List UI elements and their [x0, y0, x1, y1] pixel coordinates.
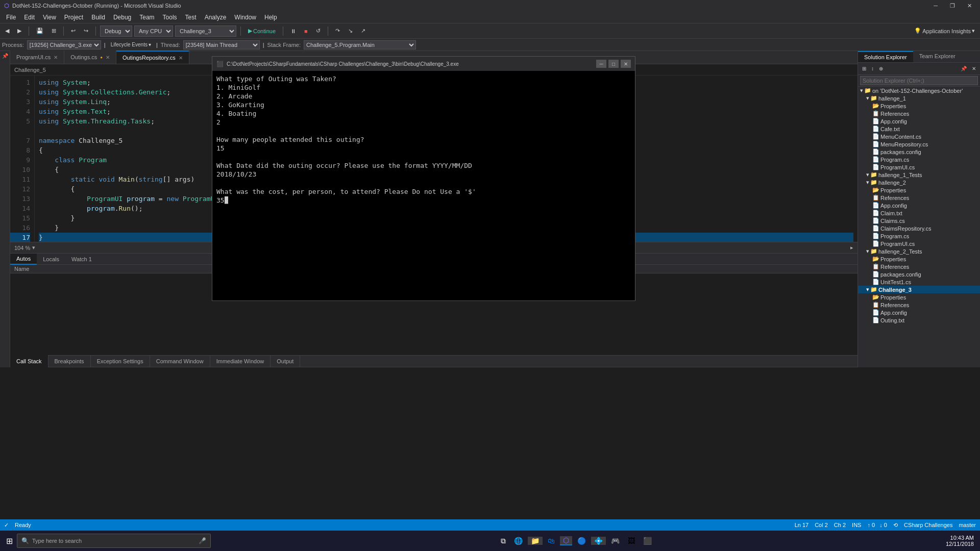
console-minimize[interactable]: ─: [596, 60, 606, 68]
scrollbar-indicator[interactable]: ▸: [850, 244, 853, 251]
step-out-btn[interactable]: ↗: [358, 27, 369, 35]
debug-mode-dropdown[interactable]: Debug: [100, 26, 132, 37]
tab-close[interactable]: ✕: [179, 55, 183, 61]
tree-references4[interactable]: 📋 References: [858, 301, 980, 309]
tree-properties2[interactable]: 📂 Properties: [858, 186, 980, 194]
breakpoints-tab[interactable]: Breakpoints: [48, 355, 91, 367]
discord-btn[interactable]: 🎮: [608, 537, 623, 545]
tree-challenge1tests[interactable]: ▾ 📁 hallenge_1_Tests: [858, 171, 980, 179]
tab-close[interactable]: ✕: [106, 55, 110, 60]
start-button[interactable]: ⊞: [2, 536, 17, 546]
explorer-btn[interactable]: 📁: [528, 537, 543, 545]
menu-debug[interactable]: Debug: [109, 13, 135, 22]
solution-explorer-tab[interactable]: Solution Explorer: [858, 51, 913, 62]
menu-team[interactable]: Team: [135, 13, 158, 22]
se-btn3[interactable]: ⊕: [877, 66, 885, 71]
immediate-tab[interactable]: Immediate Window: [210, 355, 271, 367]
tree-properties3[interactable]: 📂 Properties: [858, 255, 980, 263]
step-into-btn[interactable]: ↘: [345, 27, 356, 35]
tree-program1[interactable]: 📄 Program.cs: [858, 156, 980, 163]
tree-claimsrepo[interactable]: 📄 ClaimsRepository.cs: [858, 224, 980, 232]
se-close[interactable]: ✕: [970, 66, 978, 71]
restore-btn[interactable]: ❐: [946, 3, 959, 9]
close-btn[interactable]: ✕: [963, 3, 976, 9]
menu-edit[interactable]: Edit: [20, 13, 39, 22]
se-pin[interactable]: 📌: [959, 66, 969, 71]
command-tab[interactable]: Command Window: [150, 355, 210, 367]
save-btn[interactable]: 💾: [33, 27, 46, 35]
step-over-btn[interactable]: ↷: [332, 27, 343, 35]
tree-claim[interactable]: 📄 Claim.txt: [858, 209, 980, 217]
search-bar[interactable]: 🔍 Type here to search 🎤: [17, 534, 211, 548]
app-insights-btn[interactable]: 💡 Application Insights ▾: [911, 27, 978, 35]
continue-btn[interactable]: ▶ Continue: [245, 27, 279, 35]
tab-close[interactable]: ✕: [54, 55, 58, 60]
photos-btn[interactable]: 🖼: [625, 537, 638, 545]
project-dropdown[interactable]: Challenge_3: [175, 26, 236, 37]
tree-unittest[interactable]: 📄 UnitTest1.cs: [858, 278, 980, 286]
vs-btn[interactable]: ⬡: [560, 536, 572, 545]
tree-packages1[interactable]: 📄 packages.config: [858, 148, 980, 156]
mic-icon[interactable]: 🎤: [199, 537, 206, 544]
minimize-btn[interactable]: ─: [929, 3, 942, 9]
taskview-btn[interactable]: ⧉: [498, 537, 509, 545]
save-all-btn[interactable]: ⊞: [48, 27, 59, 35]
process-dropdown[interactable]: [19256] Challenge_3.exe: [27, 40, 101, 49]
redo-btn[interactable]: ↪: [81, 27, 91, 35]
tree-menurepo[interactable]: 📄 MenuRepository.cs: [858, 140, 980, 148]
app-btn[interactable]: ⬛: [640, 537, 655, 545]
menu-test[interactable]: Test: [181, 13, 201, 22]
tree-references3[interactable]: 📋 References: [858, 263, 980, 270]
autos-tab[interactable]: Autos: [10, 254, 37, 265]
tree-references1[interactable]: 📋 References: [858, 110, 980, 117]
menu-window[interactable]: Window: [230, 13, 260, 22]
tab-programui[interactable]: ProgramUI.cs ✕: [10, 51, 64, 64]
menu-view[interactable]: View: [39, 13, 60, 22]
se-btn2[interactable]: ↕: [869, 66, 876, 71]
tree-appconfig2[interactable]: 📄 App.config: [858, 202, 980, 209]
console-close[interactable]: ✕: [621, 60, 631, 68]
edge-btn[interactable]: 🌐: [511, 537, 526, 545]
tree-outing[interactable]: 📄 Outing.txt: [858, 316, 980, 324]
restart-btn[interactable]: ↺: [313, 27, 324, 35]
tree-cafe[interactable]: 📄 Cafe.txt: [858, 125, 980, 133]
tree-programui2[interactable]: 📄 ProgramUI.cs: [858, 240, 980, 247]
pause-btn[interactable]: ⏸: [287, 27, 299, 35]
lifecycle-btn[interactable]: Lifecycle Events ▾: [109, 40, 153, 49]
menu-help[interactable]: Help: [260, 13, 281, 22]
left-pin-icon[interactable]: 📌: [2, 53, 8, 59]
tree-challenge2tests[interactable]: ▾ 📁 hallenge_2_Tests: [858, 247, 980, 255]
output-tab[interactable]: Output: [271, 355, 300, 367]
exception-tab[interactable]: Exception Settings: [91, 355, 150, 367]
menu-project[interactable]: Project: [60, 13, 87, 22]
se-btn1[interactable]: ⊞: [860, 66, 868, 71]
tree-packages3[interactable]: 📄 packages.config: [858, 270, 980, 278]
menu-tools[interactable]: Tools: [159, 13, 181, 22]
forward-btn[interactable]: ▶: [14, 27, 24, 35]
tree-challenge2[interactable]: ▾ 📁 hallenge_2: [858, 179, 980, 186]
tree-programui1[interactable]: 📄 ProgramUI.cs: [858, 163, 980, 171]
tab-outingsrepo[interactable]: OutingsRepository.cs ✕: [116, 51, 189, 64]
tree-properties4[interactable]: 📂 Properties: [858, 293, 980, 301]
tree-properties1[interactable]: 📂 Properties: [858, 102, 980, 110]
tree-challenge3[interactable]: ▾ 📁 Challenge_3: [858, 286, 980, 293]
locals-tab[interactable]: Locals: [37, 254, 65, 265]
vs-icon-btn[interactable]: 💠: [591, 537, 606, 545]
callstack-tab[interactable]: Call Stack: [10, 355, 48, 367]
cpu-dropdown[interactable]: Any CPU: [134, 26, 173, 37]
chrome-btn[interactable]: 🔵: [574, 537, 589, 545]
team-explorer-tab[interactable]: Team Explorer: [913, 51, 962, 62]
stop-btn[interactable]: ■: [301, 27, 311, 35]
undo-btn[interactable]: ↩: [68, 27, 79, 35]
thread-dropdown[interactable]: [23548] Main Thread: [183, 40, 260, 49]
tab-outings[interactable]: Outings.cs ● ✕: [64, 51, 116, 64]
back-btn[interactable]: ◀: [2, 27, 12, 35]
tree-claims[interactable]: 📄 Claims.cs: [858, 217, 980, 224]
tree-menucontent[interactable]: 📄 MenuContent.cs: [858, 133, 980, 140]
console-maximize[interactable]: □: [608, 60, 619, 68]
tree-references2[interactable]: 📋 References: [858, 194, 980, 202]
tree-item[interactable]: ▾ 📁 on 'DotNet-152-Challenges-October': [858, 87, 980, 94]
tree-appconfig1[interactable]: 📄 App.config: [858, 117, 980, 125]
stackframe-dropdown[interactable]: Challenge_5.Program.Main: [304, 40, 416, 49]
menu-analyze[interactable]: Analyze: [201, 13, 231, 22]
